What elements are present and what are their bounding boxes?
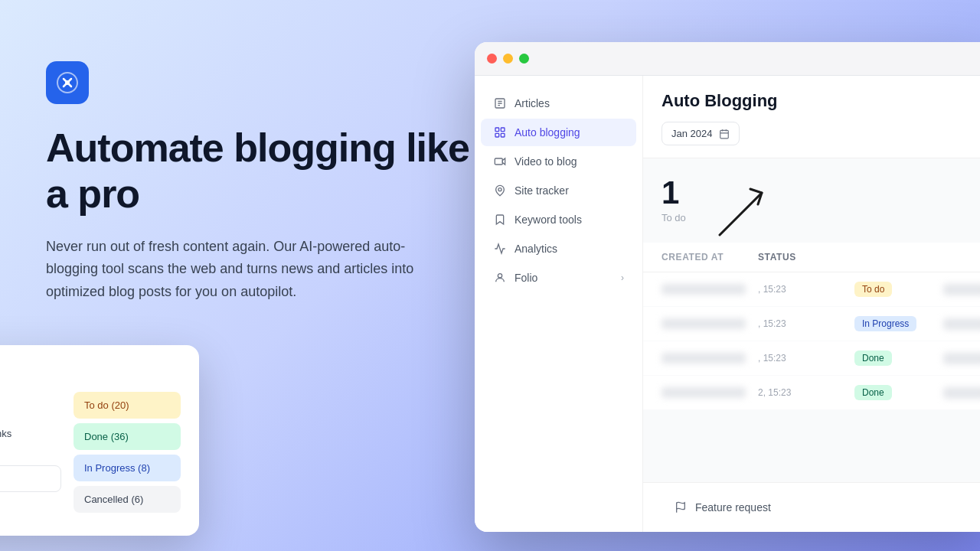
- row-status-3: Done: [854, 350, 931, 366]
- status-dropdown: To do (20) Done (36) In Progress (8) Can…: [74, 392, 181, 517]
- radio-youtube-label: YouTube links: [0, 428, 11, 439]
- table-row[interactable]: Jan 14 , 15:23 In Progress ▓▓▓▓▓▓: [643, 307, 980, 341]
- row-title-1: ▓▓▓▓▓▓: [943, 284, 980, 295]
- hero-subtitle: Never run out of fresh content again. Ou…: [46, 236, 421, 304]
- row-status-4: Done: [854, 385, 931, 400]
- status-badge-todo: To do: [854, 282, 892, 297]
- hero-headline: Automate blogging like a pro: [46, 126, 475, 217]
- chevron-right-icon: ›: [621, 272, 624, 283]
- sidebar-item-folio[interactable]: Folio ›: [481, 264, 636, 292]
- sidebar-item-keyword-tools[interactable]: Keyword tools: [481, 206, 636, 233]
- bookmark-icon: [493, 213, 507, 227]
- svg-rect-8: [501, 133, 505, 137]
- row-date-1: Jan 15: [662, 284, 746, 295]
- stat-number: 1: [662, 177, 686, 209]
- row-date-3: Jan 13: [662, 353, 746, 364]
- calendar-icon: [719, 129, 730, 139]
- stat-box: 1 To do: [662, 177, 686, 223]
- left-panel: Automate blogging like a pro Never run o…: [46, 61, 475, 304]
- row-time-4: 2, 15:23: [758, 387, 842, 398]
- svg-point-0: [65, 80, 70, 85]
- sidebar-item-video-to-blog[interactable]: Video to blog: [481, 148, 636, 175]
- col-header-created-at: Created at: [662, 252, 746, 262]
- row-status-2: In Progress: [854, 316, 931, 331]
- status-badge-done: Done: [854, 350, 892, 366]
- table-row[interactable]: Jan 12 2, 15:23 Done ▓▓▓▓▓▓: [643, 376, 980, 410]
- add-task-modal: Add Task Blog Setting Source Keyword You…: [0, 345, 199, 536]
- keyword-input[interactable]: [0, 465, 61, 492]
- stat-label: To do: [662, 212, 686, 223]
- chart-icon: [493, 242, 507, 256]
- location-icon: [493, 184, 507, 197]
- radio-youtube[interactable]: YouTube links: [0, 427, 11, 439]
- source-radio-group: Keyword YouTube links: [0, 427, 61, 439]
- stats-section: 1 To do: [643, 158, 980, 243]
- row-title-4: ▓▓▓▓▓▓: [943, 387, 980, 399]
- svg-rect-13: [720, 130, 728, 139]
- status-badge-inprogress: In Progress: [854, 316, 916, 331]
- table-area: Created at Status Jan 15 , 15:23 To do ▓…: [643, 243, 980, 410]
- modal-form: Blog Setting Source Keyword YouTube link…: [0, 392, 61, 517]
- browser-body: Articles Auto blogging Video to blog Sit…: [475, 76, 980, 532]
- sidebar: Articles Auto blogging Video to blog Sit…: [475, 76, 643, 532]
- main-content: Auto Blogging Jan 2024 1 To do: [643, 76, 980, 532]
- file-icon: [493, 96, 507, 110]
- modal-title: Add Task: [0, 364, 181, 380]
- svg-rect-9: [495, 158, 502, 165]
- svg-point-11: [498, 188, 501, 191]
- grid-icon: [493, 126, 507, 139]
- feature-request-bar: Feature request: [643, 482, 980, 532]
- row-time-2: , 15:23: [758, 318, 842, 329]
- dropdown-item-done[interactable]: Done (36): [74, 423, 181, 450]
- row-title-3: ▓▓▓▓▓▓: [943, 353, 980, 364]
- form-section-title: Blog Setting: [0, 392, 61, 404]
- dropdown-item-todo[interactable]: To do (20): [74, 392, 181, 419]
- row-time-3: , 15:23: [758, 353, 842, 364]
- row-time-1: , 15:23: [758, 284, 842, 295]
- browser-titlebar: [475, 42, 980, 76]
- row-date-4: Jan 12: [662, 387, 746, 398]
- status-badge-done-2: Done: [854, 385, 892, 400]
- modal-body: Blog Setting Source Keyword YouTube link…: [0, 392, 181, 517]
- source-label: Source: [0, 412, 61, 422]
- svg-point-12: [498, 274, 501, 278]
- sidebar-item-feature-request[interactable]: Feature request: [662, 494, 977, 521]
- sidebar-item-articles[interactable]: Articles: [481, 90, 636, 117]
- flag-icon: [674, 500, 688, 514]
- table-row[interactable]: Jan 13 , 15:23 Done ▓▓▓▓▓▓: [643, 341, 980, 376]
- sidebar-item-analytics[interactable]: Analytics: [481, 235, 636, 262]
- maximize-button[interactable]: [519, 54, 529, 64]
- main-header: Auto Blogging Jan 2024: [643, 76, 980, 158]
- video-icon: [493, 155, 507, 168]
- trend-arrow: [704, 166, 789, 250]
- logo-icon: [54, 69, 81, 96]
- date-filter[interactable]: Jan 2024: [662, 122, 740, 145]
- date-filter-label: Jan 2024: [671, 128, 713, 139]
- keyword-label: Keyword: [0, 450, 61, 461]
- row-date-2: Jan 14: [662, 318, 746, 329]
- close-button[interactable]: [487, 54, 497, 64]
- browser-window: Articles Auto blogging Video to blog Sit…: [475, 42, 980, 532]
- user-icon: [493, 271, 507, 285]
- minimize-button[interactable]: [503, 54, 513, 64]
- svg-rect-6: [501, 128, 505, 132]
- feature-request-label: Feature request: [695, 501, 771, 514]
- svg-rect-5: [495, 128, 499, 132]
- sidebar-item-auto-blogging[interactable]: Auto blogging: [481, 119, 636, 146]
- svg-rect-7: [495, 133, 499, 137]
- dropdown-item-cancelled[interactable]: Cancelled (6): [74, 486, 181, 513]
- row-status-1: To do: [854, 282, 931, 297]
- page-title: Auto Blogging: [662, 91, 977, 111]
- col-header-status: Status: [758, 252, 835, 262]
- row-title-2: ▓▓▓▓▓▓: [943, 318, 980, 330]
- table-header: Created at Status: [643, 243, 980, 272]
- sidebar-item-site-tracker[interactable]: Site tracker: [481, 177, 636, 204]
- dropdown-item-inprogress[interactable]: In Progress (8): [74, 455, 181, 481]
- table-row[interactable]: Jan 15 , 15:23 To do ▓▓▓▓▓▓: [643, 272, 980, 307]
- app-logo: [46, 61, 89, 104]
